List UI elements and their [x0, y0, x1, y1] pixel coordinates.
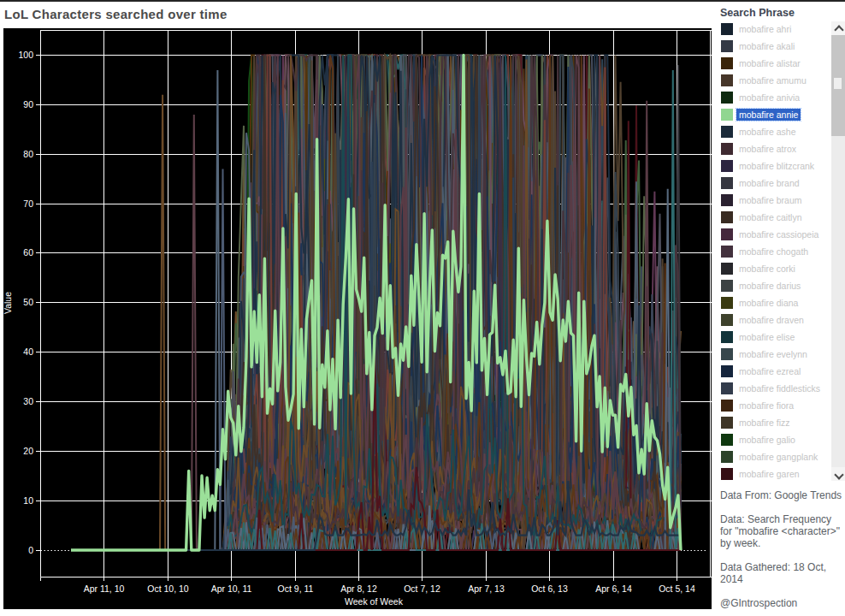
svg-text:Value: Value: [3, 292, 13, 314]
svg-text:Oct 5, 14: Oct 5, 14: [659, 583, 695, 594]
svg-text:50: 50: [23, 297, 33, 307]
svg-text:Oct 9, 11: Oct 9, 11: [278, 583, 314, 594]
svg-text:Oct 6, 13: Oct 6, 13: [531, 583, 568, 594]
svg-text:Apr 7, 13: Apr 7, 13: [468, 583, 505, 594]
svg-text:Apr 6, 14: Apr 6, 14: [595, 583, 632, 594]
svg-text:Oct 7, 12: Oct 7, 12: [404, 583, 440, 594]
svg-text:90: 90: [23, 99, 33, 110]
svg-text:70: 70: [23, 198, 33, 209]
svg-text:30: 30: [23, 396, 33, 406]
svg-text:80: 80: [23, 149, 33, 159]
svg-text:0: 0: [28, 545, 33, 555]
svg-text:Apr 8, 12: Apr 8, 12: [340, 583, 377, 594]
svg-text:20: 20: [23, 446, 33, 456]
svg-text:Apr 11, 10: Apr 11, 10: [84, 583, 125, 594]
svg-text:Oct 10, 10: Oct 10, 10: [147, 583, 189, 594]
svg-text:60: 60: [23, 247, 33, 258]
svg-text:40: 40: [23, 346, 33, 357]
svg-text:Week of Week: Week of Week: [345, 596, 404, 607]
svg-text:100: 100: [18, 50, 33, 60]
svg-text:Apr 10, 11: Apr 10, 11: [211, 583, 252, 594]
svg-text:10: 10: [23, 495, 33, 506]
